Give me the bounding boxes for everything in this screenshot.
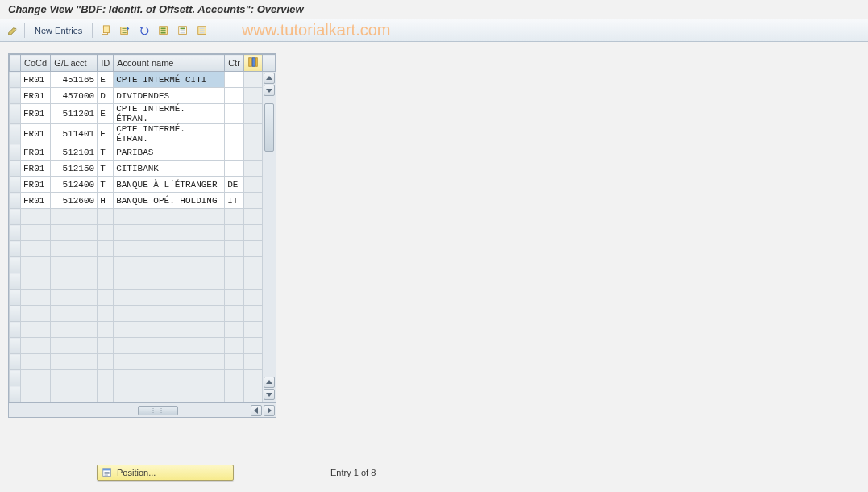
scroll-up-small-button[interactable] (264, 377, 275, 388)
scroll-down-small-button[interactable] (264, 85, 275, 96)
cell-glacct[interactable]: 512101 (51, 144, 98, 161)
position-button-label: Position... (117, 468, 156, 477)
scroll-left-button[interactable] (251, 405, 262, 416)
cell-glacct[interactable]: 511401 (51, 124, 98, 144)
cell-acctname[interactable]: BANQUE OPÉ. HOLDING (114, 193, 225, 209)
row-select-handle[interactable] (10, 124, 21, 144)
table-row: FR01512400TBANQUE À L´ÉTRANGERDE (10, 177, 276, 193)
cell-id[interactable]: T (98, 161, 114, 177)
row-select-handle[interactable] (10, 370, 21, 386)
row-select-header[interactable] (10, 55, 21, 72)
cell-ctr[interactable]: DE (225, 177, 244, 193)
horizontal-scroll-thumb[interactable]: ⋮⋮ (138, 406, 178, 415)
row-select-handle[interactable] (10, 225, 21, 241)
scroll-right-button[interactable] (264, 405, 275, 416)
scroll-down-button[interactable] (264, 389, 275, 400)
deselect-all-icon[interactable] (194, 23, 210, 39)
row-select-handle[interactable] (10, 322, 21, 338)
cell-acctname[interactable]: PARIBAS (114, 144, 225, 161)
cell-ctr[interactable] (225, 161, 244, 177)
svg-rect-19 (252, 58, 255, 67)
entry-status-text: Entry 1 of 8 (330, 468, 376, 477)
cell-id[interactable]: T (98, 177, 114, 193)
row-select-handle[interactable] (10, 177, 21, 193)
row-select-handle[interactable] (10, 386, 21, 402)
row-select-handle[interactable] (10, 257, 21, 273)
cell-glacct[interactable]: 512150 (51, 161, 98, 177)
row-select-handle[interactable] (10, 338, 21, 354)
cell-cocd[interactable]: FR01 (21, 88, 51, 104)
row-select-handle[interactable] (10, 193, 21, 209)
cell-id (98, 354, 114, 370)
cell-id[interactable]: T (98, 144, 114, 161)
cell-cocd (21, 354, 51, 370)
svg-rect-11 (181, 27, 185, 29)
select-block-icon[interactable] (175, 23, 191, 39)
cell-ctr[interactable] (225, 72, 244, 88)
row-select-handle[interactable] (10, 306, 21, 322)
cell-ctr[interactable]: IT (225, 193, 244, 209)
cell-acctname[interactable]: BANQUE À L´ÉTRANGER (114, 177, 225, 193)
cell-ctr[interactable] (225, 104, 244, 124)
column-header-id[interactable]: ID (98, 55, 114, 72)
cell-glacct (51, 209, 98, 225)
column-header-glacct[interactable]: G/L acct (51, 55, 98, 72)
column-header-ctr[interactable]: Ctr (225, 55, 244, 72)
svg-rect-24 (105, 473, 110, 474)
column-header-acctname[interactable]: Account name (114, 55, 225, 72)
delete-icon[interactable] (117, 23, 133, 39)
undo-change-icon[interactable] (136, 23, 152, 39)
cell-cocd[interactable]: FR01 (21, 72, 51, 88)
spacer-cell (244, 386, 263, 402)
cell-glacct[interactable]: 451165 (51, 72, 98, 88)
cell-glacct (51, 322, 98, 338)
select-all-icon[interactable] (156, 23, 172, 39)
vertical-scroll-thumb[interactable] (264, 103, 274, 152)
cell-ctr (225, 209, 244, 225)
cell-id[interactable]: E (98, 72, 114, 88)
table-row (10, 306, 276, 322)
cell-glacct[interactable]: 512400 (51, 177, 98, 193)
cell-ctr[interactable] (225, 144, 244, 161)
position-button[interactable]: Position... (97, 465, 234, 481)
cell-glacct[interactable]: 457000 (51, 88, 98, 104)
cell-id[interactable]: D (98, 88, 114, 104)
cell-glacct[interactable]: 511201 (51, 104, 98, 124)
cell-acctname[interactable]: DIVIDENDES (114, 88, 225, 104)
vertical-scrollbar[interactable] (263, 72, 276, 402)
cell-acctname[interactable]: CITIBANK (114, 161, 225, 177)
row-select-handle[interactable] (10, 354, 21, 370)
accounts-table: CoCd G/L acct ID Account name Ctr FR0145… (9, 54, 276, 402)
cell-acctname[interactable]: CPTE INTERMÉ CITI (114, 72, 225, 88)
toggle-display-change-icon[interactable] (6, 24, 19, 37)
cell-cocd[interactable]: FR01 (21, 124, 51, 144)
copy-as-icon[interactable] (98, 23, 114, 39)
row-select-handle[interactable] (10, 241, 21, 257)
cell-cocd[interactable]: FR01 (21, 104, 51, 124)
configure-columns-button[interactable] (244, 55, 263, 72)
cell-cocd[interactable]: FR01 (21, 193, 51, 209)
cell-acctname[interactable]: CPTE INTERMÉ. ÉTRAN. (114, 124, 225, 144)
cell-ctr[interactable] (225, 88, 244, 104)
cell-ctr[interactable] (225, 124, 244, 144)
cell-cocd (21, 386, 51, 402)
row-select-handle[interactable] (10, 209, 21, 225)
cell-id[interactable]: E (98, 124, 114, 144)
cell-cocd[interactable]: FR01 (21, 161, 51, 177)
cell-cocd[interactable]: FR01 (21, 177, 51, 193)
row-select-handle[interactable] (10, 72, 21, 88)
column-header-cocd[interactable]: CoCd (21, 55, 51, 72)
cell-acctname[interactable]: CPTE INTERMÉ. ÉTRAN. (114, 104, 225, 124)
row-select-handle[interactable] (10, 161, 21, 177)
cell-cocd[interactable]: FR01 (21, 144, 51, 161)
cell-id[interactable]: H (98, 193, 114, 209)
row-select-handle[interactable] (10, 88, 21, 104)
cell-id[interactable]: E (98, 104, 114, 124)
row-select-handle[interactable] (10, 273, 21, 290)
scroll-up-button[interactable] (264, 73, 275, 84)
new-entries-button[interactable]: New Entries (30, 24, 87, 37)
row-select-handle[interactable] (10, 144, 21, 161)
row-select-handle[interactable] (10, 290, 21, 306)
cell-glacct[interactable]: 512600 (51, 193, 98, 209)
row-select-handle[interactable] (10, 104, 21, 124)
